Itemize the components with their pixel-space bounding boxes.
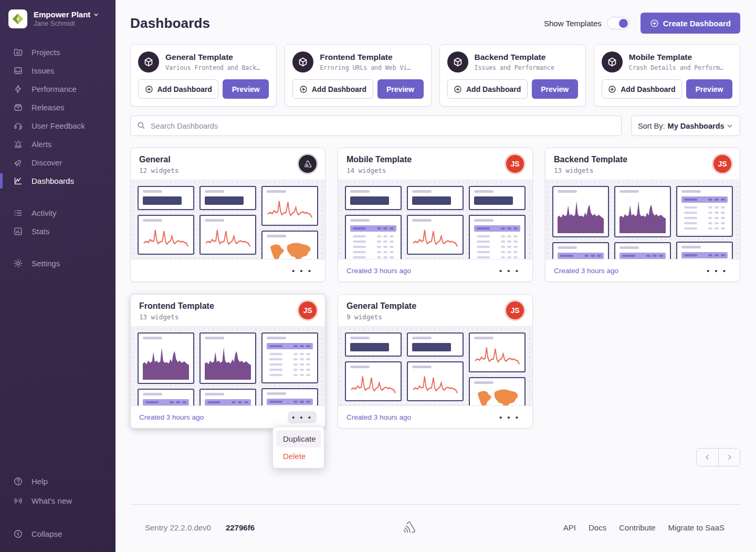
ellipsis-menu-button[interactable]: • • • [288, 265, 317, 277]
widget-thumb-table [345, 215, 402, 259]
dashboards-icon [13, 176, 23, 186]
chevron-down-icon [726, 122, 733, 130]
template-cards-row: General Template Various Frontend and Ba… [130, 44, 740, 107]
dashboard-card-frontend-template[interactable]: Frontend Template 13 widgets JS Created … [130, 294, 326, 429]
widget-thumb-line [407, 215, 464, 255]
chevron-left-icon [704, 453, 711, 461]
ellipsis-menu-button[interactable]: • • • [495, 265, 524, 277]
sidebar-item-issues[interactable]: Issues [0, 61, 116, 80]
dashboard-card-mobile-template[interactable]: Mobile Template 14 widgets JS Created 3 … [338, 148, 533, 282]
ellipsis-menu-button[interactable]: • • • [702, 265, 731, 277]
collapse-icon [13, 529, 23, 539]
user-avatar: JS [299, 301, 317, 319]
line-chart-thumb [412, 225, 458, 251]
widget-thumb-tablecut [552, 242, 609, 259]
sidebar-item-discover[interactable]: Discover [0, 153, 116, 172]
widget-thumb-area [138, 332, 194, 384]
org-switcher[interactable]: Empower Plant Jane Schmidt [0, 0, 116, 36]
dashboard-title: Mobile Template [346, 155, 412, 164]
app-footer: Sentry 22.2.0.dev0 22796f6 APIDocsContri… [130, 504, 740, 552]
widget-thumb-big [407, 186, 464, 210]
sidebar-item-help[interactable]: Help [0, 472, 116, 491]
widget-count: 14 widgets [346, 166, 412, 174]
sidebar: Empower Plant Jane Schmidt Projects Issu… [0, 0, 116, 552]
add-dashboard-button[interactable]: Add Dashboard [447, 79, 528, 99]
cube-icon [447, 51, 468, 72]
template-description: Various Frontend and Back… [165, 64, 260, 71]
sidebar-item-releases[interactable]: Releases [0, 98, 116, 117]
sidebar-item-stats[interactable]: Stats [0, 222, 116, 241]
sidebar-item-activity[interactable]: Activity [0, 204, 116, 222]
footer-link-migrate-to-saas[interactable]: Migrate to SaaS [668, 523, 724, 532]
sidebar-item-user-feedback[interactable]: User Feedback [0, 117, 116, 135]
template-card-mobile-template: Mobile Template Crash Details and Perfor… [594, 44, 740, 107]
activity-icon [13, 208, 23, 218]
stats-icon [13, 226, 23, 236]
context-menu: DuplicateDelete [272, 426, 324, 468]
preview-button[interactable]: Preview [223, 79, 269, 99]
create-dashboard-button[interactable]: Create Dashboard [640, 13, 740, 34]
widget-thumb-area [200, 332, 256, 384]
main-area: Dashboards Show Templates Create Dashboa… [116, 0, 756, 552]
created-label: Created 3 hours ago [139, 413, 204, 421]
context-menu-item-delete[interactable]: Delete [276, 447, 321, 465]
show-templates-toggle[interactable] [607, 17, 630, 29]
sidebar-item-performance[interactable]: Performance [0, 80, 116, 98]
user-avatar: JS [506, 155, 524, 173]
alerts-icon [13, 139, 23, 149]
dashboard-card-backend-template[interactable]: Backend Template 13 widgets JS Created 3… [545, 148, 740, 282]
sidebar-bottom-nav: Help What's new Collapse [0, 472, 116, 552]
sidebar-item-what-s-new[interactable]: What's new [0, 491, 116, 511]
sidebar-item-projects[interactable]: Projects [0, 43, 116, 61]
search-input[interactable] [130, 116, 622, 136]
widget-thumb-line [469, 332, 526, 372]
footer-link-docs[interactable]: Docs [589, 523, 606, 532]
chevron-down-icon [93, 12, 99, 18]
sidebar-item-collapse[interactable]: Collapse [0, 524, 116, 544]
dashboard-card-general-template[interactable]: General Template 9 widgets JS Created 3 … [338, 294, 533, 429]
add-dashboard-button[interactable]: Add Dashboard [602, 79, 682, 99]
widget-thumb-tablecut [261, 388, 318, 406]
template-name: Mobile Template [629, 53, 723, 62]
widget-thumb-big [138, 186, 194, 210]
add-dashboard-button[interactable]: Add Dashboard [138, 79, 218, 99]
created-label: Created 3 hours ago [346, 413, 411, 421]
line-chart-thumb [205, 225, 251, 251]
widget-thumb-big [407, 332, 464, 357]
sidebar-item-settings[interactable]: Settings [0, 254, 116, 273]
preview-button[interactable]: Preview [377, 79, 424, 99]
whats-new-icon [13, 496, 23, 506]
ellipsis-menu-button[interactable]: • • • [495, 411, 524, 423]
line-chart-thumb [474, 343, 520, 368]
dashboard-preview [338, 180, 532, 259]
dashboard-title: General [139, 155, 178, 164]
line-chart-thumb [143, 225, 189, 251]
discover-icon [13, 158, 23, 168]
sidebar-item-dashboards[interactable]: Dashboards [0, 172, 116, 190]
widget-thumb-big [200, 186, 256, 210]
widget-thumb-line [407, 361, 464, 401]
footer-link-contribute[interactable]: Contribute [619, 523, 655, 532]
widget-thumb-tablecut [614, 242, 671, 259]
context-menu-item-duplicate[interactable]: Duplicate [276, 430, 321, 447]
sidebar-item-alerts[interactable]: Alerts [0, 135, 116, 153]
preview-button[interactable]: Preview [532, 79, 578, 99]
cube-icon [602, 51, 623, 72]
area-chart-thumb [558, 196, 604, 233]
widget-thumb-line [261, 186, 318, 226]
dashboard-preview [545, 180, 740, 259]
footer-link-api[interactable]: API [563, 523, 576, 532]
template-name: General Template [165, 53, 260, 62]
template-card-backend-template: Backend Template Issues and Performance … [439, 44, 586, 107]
ellipsis-menu-button[interactable]: • • • [288, 411, 317, 423]
widget-thumb-big [345, 332, 402, 357]
sort-by-dropdown[interactable]: Sort By:My Dashboards [631, 116, 740, 136]
preview-button[interactable]: Preview [686, 79, 732, 99]
template-card-frontend-template: Frontend Template Erroring URLs and Web … [285, 44, 431, 107]
sidebar-nav: Projects Issues Performance Releases Use… [0, 43, 116, 464]
add-dashboard-button[interactable]: Add Dashboard [292, 79, 373, 99]
pagination-next-button[interactable] [718, 449, 740, 466]
pagination-prev-button[interactable] [697, 449, 718, 466]
widget-thumb-line [138, 215, 194, 255]
dashboard-card-general[interactable]: General 12 widgets • • • [130, 148, 326, 282]
